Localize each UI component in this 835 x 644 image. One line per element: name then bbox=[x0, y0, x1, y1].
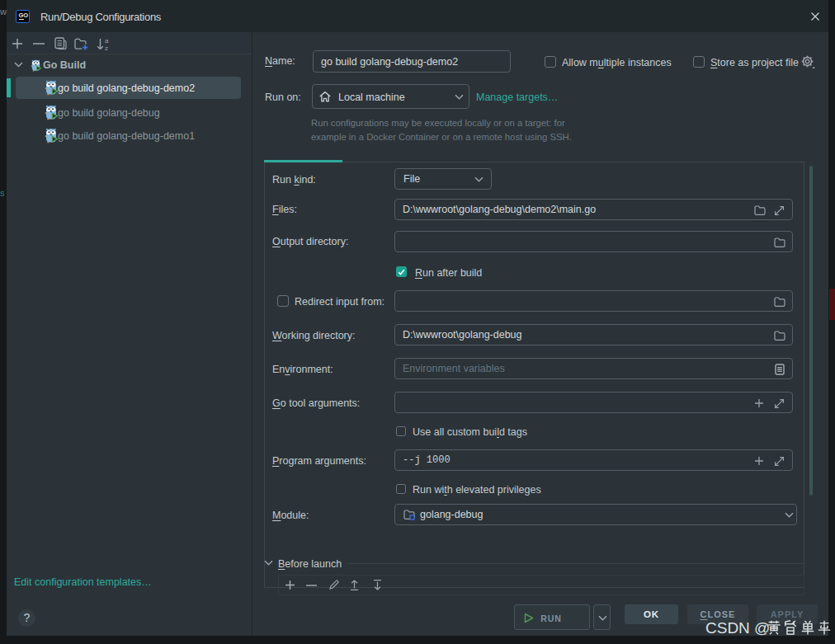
svg-text:a: a bbox=[105, 37, 109, 45]
svg-text:z: z bbox=[105, 45, 108, 52]
